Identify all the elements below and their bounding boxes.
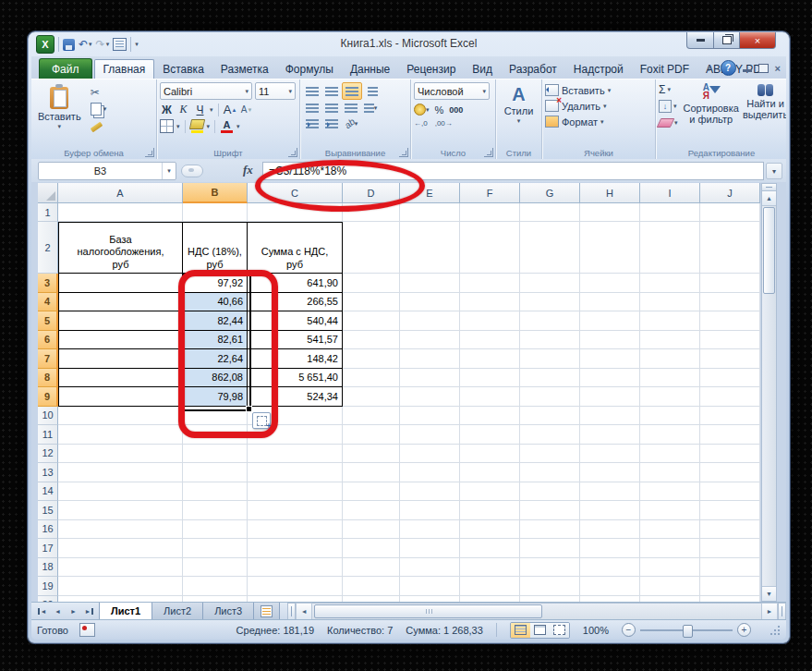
page-layout-view-button[interactable] xyxy=(530,623,550,638)
cell-B6[interactable]: 82,61 xyxy=(183,331,248,350)
row-header-10[interactable]: 10 xyxy=(38,407,58,426)
cell-I19[interactable] xyxy=(640,577,700,596)
cell-D19[interactable] xyxy=(343,577,400,596)
format-cells-button[interactable]: Формат▾ xyxy=(545,114,652,129)
cell-A9[interactable] xyxy=(58,387,183,407)
cell-B5[interactable]: 82,44 xyxy=(183,311,248,331)
cell-E14[interactable] xyxy=(400,482,460,502)
row-header-16[interactable]: 16 xyxy=(38,520,58,540)
cell-C15[interactable] xyxy=(248,501,343,520)
cell-F10[interactable] xyxy=(460,407,520,426)
cell-B18[interactable] xyxy=(183,558,248,578)
cell-A17[interactable] xyxy=(58,539,183,558)
cell-I6[interactable] xyxy=(640,331,700,350)
cell-I2[interactable] xyxy=(640,222,700,274)
cell-A19[interactable] xyxy=(58,577,183,596)
cell-C8[interactable]: 5 651,40 xyxy=(248,369,343,388)
cell-H7[interactable] xyxy=(580,349,640,369)
cell-D5[interactable] xyxy=(343,311,400,331)
cell-B12[interactable] xyxy=(183,445,248,464)
cell-B9[interactable]: 79,98 xyxy=(183,387,248,407)
column-header-C[interactable]: C xyxy=(248,183,343,203)
cell-D14[interactable] xyxy=(343,482,400,502)
row-header-5[interactable]: 5 xyxy=(38,311,58,331)
cell-G5[interactable] xyxy=(520,311,580,331)
cell-B17[interactable] xyxy=(183,539,248,558)
cell-G19[interactable] xyxy=(520,577,580,596)
cell-H8[interactable] xyxy=(580,369,640,388)
close-button[interactable]: × xyxy=(740,32,776,49)
percent-button[interactable]: % xyxy=(435,104,444,116)
cell-C9[interactable]: 524,34 xyxy=(248,387,343,407)
cell-C12[interactable] xyxy=(248,445,343,464)
tab-Главная[interactable]: Главная xyxy=(94,59,155,79)
cell-E6[interactable] xyxy=(400,331,460,350)
doc-minimize-icon[interactable] xyxy=(743,69,752,72)
cell-G3[interactable] xyxy=(520,274,580,293)
zoom-thumb[interactable] xyxy=(683,625,693,638)
cell-E18[interactable] xyxy=(400,558,460,578)
cell-C13[interactable] xyxy=(248,463,343,482)
find-select-button[interactable]: Найти и выделить xyxy=(741,82,786,130)
cell-F17[interactable] xyxy=(460,539,520,558)
cell-H12[interactable] xyxy=(580,445,640,464)
horizontal-scrollbar[interactable]: ◄ ► xyxy=(287,603,786,620)
cell-G12[interactable] xyxy=(520,445,580,464)
row-header-13[interactable]: 13 xyxy=(38,463,58,482)
cell-B11[interactable] xyxy=(183,425,248,445)
cell-J1[interactable] xyxy=(700,203,760,222)
copy-button[interactable]: ▾ xyxy=(91,102,107,116)
autosum-button[interactable]: Σ▾ xyxy=(659,82,678,97)
cell-D11[interactable] xyxy=(343,425,400,445)
cell-F11[interactable] xyxy=(460,425,520,445)
minimize-button[interactable] xyxy=(686,32,714,49)
row-header-3[interactable]: 3 xyxy=(38,274,58,293)
tab-Вставка[interactable]: Вставка xyxy=(154,59,212,79)
column-header-F[interactable]: F xyxy=(460,183,520,203)
select-all-corner[interactable] xyxy=(38,183,58,203)
row-header-9[interactable]: 9 xyxy=(38,387,58,407)
cell-F7[interactable] xyxy=(460,349,520,369)
column-header-B[interactable]: B xyxy=(183,183,248,203)
cell-F5[interactable] xyxy=(460,311,520,331)
sort-filter-button[interactable]: АЯ Сортировка и фильтр xyxy=(682,82,741,130)
sheet-tab-Лист2[interactable]: Лист2 xyxy=(151,603,203,620)
doc-restore-icon[interactable] xyxy=(758,64,769,73)
restore-button[interactable] xyxy=(714,32,740,49)
cell-J10[interactable] xyxy=(700,407,760,426)
cell-I13[interactable] xyxy=(640,463,700,482)
name-box[interactable]: B3 ▾ xyxy=(38,162,176,180)
sheet-tab-Лист1[interactable]: Лист1 xyxy=(99,603,152,620)
cell-C7[interactable]: 148,42 xyxy=(248,349,343,369)
cell-A16[interactable] xyxy=(58,520,183,540)
align-top-button[interactable] xyxy=(303,83,321,99)
cell-H15[interactable] xyxy=(580,501,640,520)
cell-D13[interactable] xyxy=(343,463,400,482)
align-center-button[interactable] xyxy=(322,100,341,116)
column-header-I[interactable]: I xyxy=(640,183,700,203)
cell-I11[interactable] xyxy=(640,425,700,445)
cell-B8[interactable]: 862,08 xyxy=(183,369,248,388)
cell-D1[interactable] xyxy=(343,203,400,222)
cell-E4[interactable] xyxy=(400,293,460,312)
cell-J18[interactable] xyxy=(700,558,760,578)
resize-grip[interactable] xyxy=(770,625,781,636)
align-bottom-button[interactable] xyxy=(342,82,362,100)
tab-Формулы[interactable]: Формулы xyxy=(277,59,342,79)
row-header-4[interactable]: 4 xyxy=(38,293,58,312)
vertical-scroll-thumb[interactable] xyxy=(763,207,775,294)
cell-D18[interactable] xyxy=(343,558,400,578)
cut-button[interactable]: ✂ xyxy=(91,85,107,99)
cell-H10[interactable] xyxy=(580,407,640,426)
cell-E7[interactable] xyxy=(400,349,460,369)
dialog-launcher-icon[interactable] xyxy=(288,148,297,157)
increase-decimal-button[interactable]: ←,0 xyxy=(414,119,428,128)
cell-C17[interactable] xyxy=(248,539,343,558)
page-break-view-button[interactable] xyxy=(550,623,569,638)
cell-E13[interactable] xyxy=(400,463,460,482)
cell-I8[interactable] xyxy=(640,369,700,388)
underline-button[interactable]: Ч xyxy=(193,103,207,116)
cell-J9[interactable] xyxy=(700,387,760,407)
align-left-button[interactable] xyxy=(303,100,321,116)
cell-D3[interactable] xyxy=(343,274,400,293)
